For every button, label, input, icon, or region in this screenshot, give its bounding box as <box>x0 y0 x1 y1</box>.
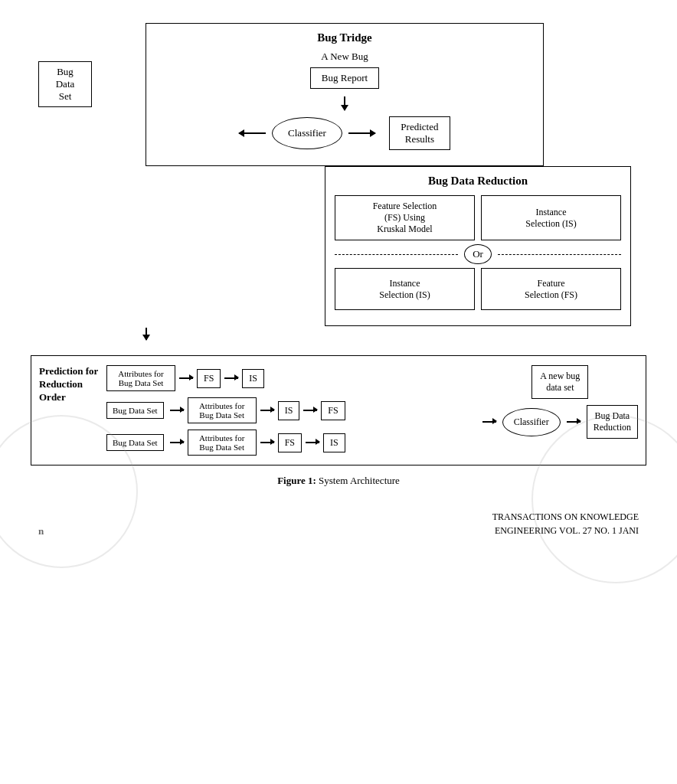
arrow-row1-1 <box>179 377 193 379</box>
prediction-inner: Prediction for Reduction Order Attribute… <box>39 365 638 456</box>
arrow-right-to-predicted <box>348 132 375 134</box>
arrow-to-classifier <box>482 421 496 423</box>
or-row: Or <box>335 244 621 264</box>
attrs-box-row2: Attributes forBug Data Set <box>188 397 257 423</box>
attrs-box-row3: Attributes forBug Data Set <box>188 430 257 456</box>
attrs-box-row1: Attributes forBug Data Set <box>106 365 175 391</box>
bug-report-container: A New Bug Bug Report <box>310 51 379 89</box>
arrow-to-reduction <box>567 421 581 423</box>
pred-row-3: Bug Data Set Attributes forBug Data Set … <box>106 430 469 456</box>
bug-report-box: Bug Report <box>310 67 379 89</box>
arrow-row1-2 <box>224 377 238 379</box>
arrow-row3-0 <box>170 442 184 443</box>
classifier-small-ellipse: Classifier <box>502 408 561 436</box>
footer-right-text: TRANSACTIONS ON KNOWLEDGE ENGINEERING VO… <box>492 510 639 537</box>
reduction-title: Bug Data Reduction <box>335 175 621 188</box>
arrow-row2-0 <box>170 410 184 411</box>
pred-right-side: A new bugdata set Classifier Bug DataRed… <box>482 365 638 439</box>
is-box-row3: IS <box>323 433 345 452</box>
arrow-row2-1 <box>260 410 274 411</box>
dashed-line-right <box>498 254 621 255</box>
bug-dataset-row2: Bug Data Set <box>106 402 164 419</box>
bug-dataset-row3: Bug Data Set <box>106 434 164 451</box>
middle-section: Bug Data Reduction Feature Selection(FS)… <box>23 166 654 326</box>
reduction-grid: Feature Selection(FS) UsingKruskal Model… <box>335 195 621 240</box>
bug-data-reduction-section: Bug Data Reduction Feature Selection(FS)… <box>325 166 631 326</box>
footer-left-text: n <box>38 525 44 537</box>
or-ellipse: Or <box>464 244 492 264</box>
prediction-section: Prediction for Reduction Order Attribute… <box>31 355 646 466</box>
bug-dataset-left-container: BugData Set <box>38 61 92 107</box>
down-arrow-reduction <box>146 328 147 340</box>
dashed-line-left <box>335 254 458 255</box>
is-box-row2: IS <box>278 401 300 420</box>
down-arrow-from-report <box>158 96 531 110</box>
new-bug-data-set-box: A new bugdata set <box>531 365 588 399</box>
figure-title: System Architecture <box>319 475 400 486</box>
bug-tridge-section: Bug Tridge A New Bug Bug Report Classifi… <box>146 23 544 166</box>
classifier-ellipse: Classifier <box>272 117 342 149</box>
arrow-left-to-classifier <box>239 132 266 134</box>
down-arrow-from-reduction <box>84 328 654 340</box>
arrow-row2-2 <box>303 410 317 411</box>
a-new-bug-label: A New Bug <box>321 51 368 63</box>
predicted-results-box: PredictedResults <box>389 116 450 150</box>
reduction-grid-bottom: InstanceSelection (IS) FeatureSelection … <box>335 268 621 310</box>
bug-data-reduction-result-box: Bug DataReduction <box>587 405 638 439</box>
arrow-row3-1 <box>260 442 274 443</box>
fs-kruskal-cell: Feature Selection(FS) UsingKruskal Model <box>335 195 475 240</box>
top-section: BugData Set Bug Tridge A New Bug Bug Rep… <box>23 15 654 166</box>
classifier-row: Classifier PredictedResults <box>158 116 531 150</box>
pred-row-1: Attributes forBug Data Set FS IS <box>106 365 469 391</box>
fs-box-row2: FS <box>321 401 345 420</box>
fs-box-row1: FS <box>197 369 221 388</box>
bug-tridge-wrapper: Bug Tridge A New Bug Bug Report Classifi… <box>100 15 654 166</box>
bug-report-area: A New Bug Bug Report <box>158 51 531 89</box>
feature-selection-cell: FeatureSelection (FS) <box>481 268 621 310</box>
figure-label: Figure 1: <box>277 475 316 486</box>
bug-dataset-left-box: BugData Set <box>38 61 92 107</box>
prediction-rows: Attributes forBug Data Set FS IS Bug Dat… <box>106 365 469 456</box>
footer-line1: TRANSACTIONS ON KNOWLEDGE <box>492 510 639 524</box>
down-arrow <box>344 96 345 110</box>
is-box-row1: IS <box>242 369 264 388</box>
instance-selection-2-cell: InstanceSelection (IS) <box>335 268 475 310</box>
pred-row-2: Bug Data Set Attributes forBug Data Set … <box>106 397 469 423</box>
instance-selection-1-cell: InstanceSelection (IS) <box>481 195 621 240</box>
classifier-reduction-row: Classifier Bug DataReduction <box>482 405 638 439</box>
prediction-label: Prediction for Reduction Order <box>39 365 100 404</box>
fs-box-row3: FS <box>278 433 302 452</box>
arrow-row3-2 <box>306 442 319 443</box>
footer-area: n TRANSACTIONS ON KNOWLEDGE ENGINEERING … <box>23 510 654 537</box>
footer-line2: ENGINEERING VOL. 27 NO. 1 JANI <box>492 524 639 537</box>
figure-caption: Figure 1: System Architecture <box>23 475 654 487</box>
diagram-container: BugData Set Bug Tridge A New Bug Bug Rep… <box>0 0 677 545</box>
bug-tridge-title: Bug Tridge <box>158 31 531 44</box>
